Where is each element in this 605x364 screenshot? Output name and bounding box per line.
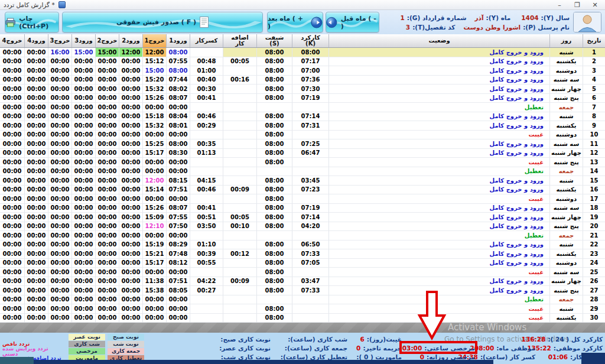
date-cell[interactable]: 5 [583, 84, 605, 94]
exit1-time-cell[interactable]: 12:10 [142, 222, 166, 232]
entry1-time-cell[interactable]: 07:50 [166, 222, 190, 232]
exit1-time-cell[interactable]: 15:18 [142, 112, 166, 122]
exit1-time-cell[interactable]: 15:26 [142, 204, 166, 213]
status-cell[interactable]: ورود و خروج کامل [328, 259, 549, 268]
table-row[interactable]: 18سه شنبهورود و خروج کامل07:1908:0000:41… [0, 204, 605, 213]
shift-hours-cell[interactable]: 08:00 [256, 149, 292, 158]
status-cell[interactable]: ورود و خروج کامل [328, 57, 549, 67]
table-row[interactable]: 22شنبهورود و خروج کامل06:5008:0001:1008:… [0, 240, 605, 250]
exit2-time-cell[interactable]: 00:00 [95, 149, 119, 158]
shift-hours-cell[interactable]: 08:00 [256, 194, 292, 204]
date-cell[interactable]: 9 [583, 121, 605, 131]
table-row[interactable]: 20پنج شنبهورود و خروج کامل04:2008:0000:1… [0, 222, 605, 232]
exit2-time-cell[interactable]: 00:00 [95, 268, 119, 277]
entry4-time-cell[interactable]: 00:00 [24, 213, 48, 222]
exit4-time-cell[interactable]: 00:00 [0, 204, 24, 213]
status-cell[interactable]: غیبت [328, 314, 549, 323]
shift-hours-cell[interactable]: 08:00 [256, 94, 292, 103]
exit1-time-cell[interactable]: 12:00 [142, 176, 166, 186]
overtime-cell[interactable] [223, 204, 256, 213]
entry4-time-cell[interactable]: 00:00 [24, 66, 48, 76]
table-row[interactable]: 3دوشنبهورود و خروج کامل07:0008:0001:0008… [0, 66, 605, 76]
exit2-time-cell[interactable]: 15:00 [95, 48, 119, 57]
exit1-time-cell[interactable]: 15:26 [142, 94, 166, 103]
entry2-time-cell[interactable]: 00:00 [119, 57, 142, 67]
exit3-time-cell[interactable]: 00:00 [48, 176, 71, 186]
column-header[interactable]: ورود4 [24, 34, 48, 47]
date-cell[interactable]: 23 [583, 249, 605, 259]
entry2-time-cell[interactable]: 00:00 [119, 295, 142, 305]
date-cell[interactable]: 16 [583, 186, 605, 195]
shift-hours-cell[interactable]: 08:00 [256, 304, 292, 314]
overtime-cell[interactable] [223, 112, 256, 122]
entry3-time-cell[interactable]: 00:00 [71, 139, 95, 149]
entry3-time-cell[interactable]: 00:00 [71, 176, 95, 186]
shortage-cell[interactable]: 03:50 [190, 222, 223, 232]
shift-hours-cell[interactable]: 08:00 [256, 48, 292, 57]
entry1-time-cell[interactable]: 08:04 [166, 112, 190, 122]
entry2-time-cell[interactable]: 00:00 [119, 240, 142, 250]
shift-hours-cell[interactable]: 08:00 [256, 240, 292, 250]
exit3-time-cell[interactable]: 00:00 [48, 158, 71, 167]
shift-hours-cell[interactable]: 08:00 [256, 139, 292, 149]
date-cell[interactable]: 30 [583, 314, 605, 323]
worked-hours-cell[interactable] [292, 268, 328, 277]
shortage-cell[interactable]: 01:00 [190, 66, 223, 76]
day-cell[interactable]: دوشنبه [549, 259, 583, 268]
overtime-cell[interactable]: 00:05 [223, 213, 256, 222]
entry3-time-cell[interactable]: 00:00 [71, 66, 95, 76]
date-cell[interactable]: 25 [583, 268, 605, 277]
exit4-time-cell[interactable]: 00:00 [0, 286, 24, 295]
shift-hours-cell[interactable]: 08:00 [256, 158, 292, 167]
exit1-time-cell[interactable]: 15:25 [142, 139, 166, 149]
exit2-time-cell[interactable]: 00:00 [95, 204, 119, 213]
day-cell[interactable]: پنج شنبه [549, 286, 583, 295]
shortage-cell[interactable]: 00:46 [190, 186, 223, 195]
entry1-time-cell[interactable]: 08:30 [166, 149, 190, 158]
exit3-time-cell[interactable]: 00:00 [48, 240, 71, 250]
entry4-time-cell[interactable]: 00:00 [24, 268, 48, 277]
worked-hours-cell[interactable]: 07:17 [292, 57, 328, 67]
day-cell[interactable]: دوشنبه [549, 66, 583, 76]
payslip-button[interactable]: صدور فیش حقوقی ( F ) [62, 12, 263, 32]
entry3-time-cell[interactable]: 00:00 [71, 158, 95, 167]
shortage-cell[interactable]: 00:48 [190, 57, 223, 67]
entry2-time-cell[interactable]: 00:00 [119, 139, 142, 149]
entry1-time-cell[interactable]: 07:51 [166, 277, 190, 287]
exit2-time-cell[interactable]: 00:00 [95, 249, 119, 259]
entry3-time-cell[interactable]: 00:00 [71, 112, 95, 122]
exit1-time-cell[interactable]: 00:00 [142, 194, 166, 204]
shift-hours-cell[interactable]: 08:00 [256, 186, 292, 195]
entry2-time-cell[interactable]: 00:00 [119, 194, 142, 204]
shift-hours-cell[interactable]: 08:00 [256, 66, 292, 76]
worked-hours-cell[interactable] [292, 295, 328, 305]
entry4-time-cell[interactable]: 00:00 [24, 194, 48, 204]
entry4-time-cell[interactable]: 00:00 [24, 131, 48, 140]
entry2-time-cell[interactable]: 00:00 [119, 314, 142, 323]
exit3-time-cell[interactable]: 00:00 [48, 249, 71, 259]
entry1-time-cell[interactable]: 08:00 [166, 48, 190, 57]
exit2-time-cell[interactable]: 00:00 [95, 139, 119, 149]
overtime-cell[interactable] [223, 139, 256, 149]
column-header[interactable]: روز [549, 34, 583, 47]
date-cell[interactable]: 21 [583, 231, 605, 240]
status-cell[interactable]: ورود و خروج کامل [328, 66, 549, 76]
shift-hours-cell[interactable]: 08:00 [256, 84, 292, 94]
exit3-time-cell[interactable]: 16:00 [48, 48, 71, 57]
entry2-time-cell[interactable]: 00:00 [119, 149, 142, 158]
status-cell[interactable]: ورود و خروج کامل [328, 112, 549, 122]
entry3-time-cell[interactable]: 00:00 [71, 268, 95, 277]
exit4-time-cell[interactable]: 00:00 [0, 277, 24, 287]
exit2-time-cell[interactable]: 00:00 [95, 186, 119, 195]
exit2-time-cell[interactable]: 00:00 [95, 231, 119, 240]
status-cell[interactable]: ورود و خروج کامل [328, 186, 549, 195]
entry2-time-cell[interactable]: 00:00 [119, 222, 142, 232]
day-cell[interactable]: یکشنبه [549, 314, 583, 323]
date-cell[interactable]: 10 [583, 131, 605, 140]
exit1-time-cell[interactable]: 15:17 [142, 149, 166, 158]
entry4-time-cell[interactable]: 00:00 [24, 176, 48, 186]
status-cell[interactable]: غیبت [328, 194, 549, 204]
exit2-time-cell[interactable]: 00:00 [95, 112, 119, 122]
worked-hours-cell[interactable] [292, 304, 328, 314]
status-cell[interactable]: ورود و خروج کامل [328, 240, 549, 250]
